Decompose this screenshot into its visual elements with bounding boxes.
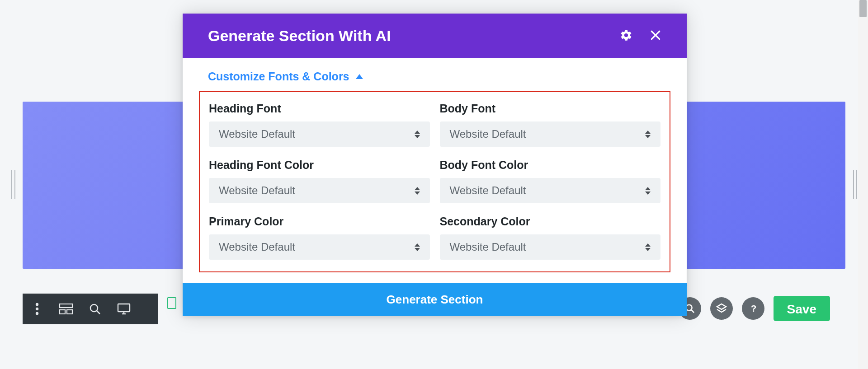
desktop-icon[interactable] bbox=[116, 303, 132, 315]
wireframe-icon[interactable] bbox=[58, 304, 74, 314]
heading-font-color-label: Heading Font Color bbox=[209, 159, 430, 172]
tablet-mode-icon[interactable] bbox=[167, 297, 176, 309]
drag-handle-right[interactable] bbox=[850, 170, 860, 199]
close-icon[interactable] bbox=[650, 29, 661, 43]
svg-rect-5 bbox=[67, 310, 72, 314]
help-circle-button[interactable]: ? bbox=[742, 297, 764, 320]
primary-color-label: Primary Color bbox=[209, 215, 430, 228]
font-color-options-panel: Heading Font Website Default Body Font W… bbox=[199, 91, 670, 272]
svg-rect-3 bbox=[60, 304, 72, 308]
secondary-color-value: Website Default bbox=[450, 241, 526, 253]
svg-point-11 bbox=[686, 305, 692, 311]
heading-font-color-select[interactable]: Website Default bbox=[209, 178, 430, 203]
body-font-color-group: Body Font Color Website Default bbox=[440, 159, 661, 203]
body-font-value: Website Default bbox=[450, 128, 526, 140]
gear-icon[interactable] bbox=[620, 29, 632, 43]
primary-color-value: Website Default bbox=[219, 241, 295, 253]
save-button[interactable]: Save bbox=[774, 296, 830, 321]
secondary-color-label: Secondary Color bbox=[440, 215, 661, 228]
modal-header-actions bbox=[620, 29, 661, 43]
body-font-color-value: Website Default bbox=[450, 184, 526, 197]
layers-circle-button[interactable] bbox=[710, 297, 733, 320]
caret-up-icon bbox=[356, 74, 363, 79]
svg-rect-4 bbox=[60, 310, 65, 314]
svg-text:?: ? bbox=[751, 304, 756, 313]
svg-point-6 bbox=[90, 304, 98, 312]
svg-point-1 bbox=[36, 308, 38, 310]
customize-fonts-colors-toggle[interactable]: Customize Fonts & Colors bbox=[183, 58, 687, 91]
select-arrows-icon bbox=[645, 243, 651, 251]
heading-font-color-group: Heading Font Color Website Default bbox=[209, 159, 430, 203]
heading-font-group: Heading Font Website Default bbox=[209, 102, 430, 147]
heading-font-label: Heading Font bbox=[209, 102, 430, 115]
customize-toggle-label: Customize Fonts & Colors bbox=[208, 70, 349, 83]
generate-section-button[interactable]: Generate Section bbox=[183, 283, 687, 316]
select-arrows-icon bbox=[645, 187, 651, 195]
body-font-color-select[interactable]: Website Default bbox=[440, 178, 661, 203]
heading-font-select[interactable]: Website Default bbox=[209, 121, 430, 147]
svg-point-0 bbox=[36, 303, 38, 306]
select-arrows-icon bbox=[645, 131, 651, 138]
primary-color-select[interactable]: Website Default bbox=[209, 234, 430, 260]
body-font-group: Body Font Website Default bbox=[440, 102, 661, 147]
heading-font-value: Website Default bbox=[219, 128, 295, 140]
select-arrows-icon bbox=[415, 187, 420, 195]
generate-section-modal: Generate Section With AI Customize Fonts… bbox=[183, 14, 687, 316]
svg-line-12 bbox=[691, 310, 693, 313]
svg-line-7 bbox=[97, 311, 100, 314]
drag-handle-left[interactable] bbox=[8, 170, 18, 199]
select-arrows-icon bbox=[415, 131, 420, 138]
svg-rect-8 bbox=[118, 304, 130, 312]
bottom-toolbar bbox=[23, 294, 158, 324]
secondary-color-select[interactable]: Website Default bbox=[440, 234, 661, 260]
modal-title: Generate Section With AI bbox=[208, 27, 391, 45]
svg-point-2 bbox=[36, 312, 38, 315]
primary-color-group: Primary Color Website Default bbox=[209, 215, 430, 260]
kebab-menu-icon[interactable] bbox=[29, 303, 45, 315]
zoom-icon[interactable] bbox=[87, 303, 103, 315]
select-arrows-icon bbox=[415, 243, 420, 251]
secondary-color-group: Secondary Color Website Default bbox=[440, 215, 661, 260]
body-font-label: Body Font bbox=[440, 102, 661, 115]
modal-header: Generate Section With AI bbox=[183, 14, 687, 58]
body-font-select[interactable]: Website Default bbox=[440, 121, 661, 147]
heading-font-color-value: Website Default bbox=[219, 184, 295, 197]
bottom-right-actions: ? Save bbox=[679, 296, 830, 321]
body-font-color-label: Body Font Color bbox=[440, 159, 661, 172]
